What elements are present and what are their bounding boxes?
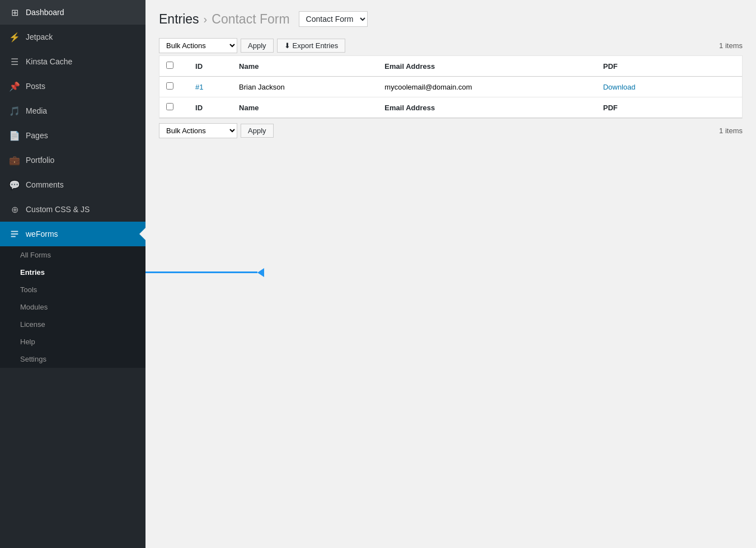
comments-icon: 💬 bbox=[9, 179, 20, 190]
table-header-row: ID Name Email Address PDF bbox=[159, 56, 742, 77]
page-header: Entries › Contact Form Contact Form bbox=[159, 11, 743, 27]
sidebar-item-pages[interactable]: 📄 Pages bbox=[0, 123, 145, 148]
row-name-cell: Brian Jackson bbox=[232, 77, 378, 97]
sidebar-item-label: Kinsta Cache bbox=[26, 57, 72, 66]
weforms-submenu: All Forms Entries Tools Modules License … bbox=[0, 246, 145, 368]
entries-table-wrapper: ID Name Email Address PDF #1 Brian Jacks… bbox=[159, 55, 743, 119]
sidebar-item-comments[interactable]: 💬 Comments bbox=[0, 172, 145, 197]
dashboard-icon: ⊞ bbox=[9, 7, 20, 18]
arrow-line bbox=[145, 271, 257, 273]
submenu-item-help[interactable]: Help bbox=[0, 333, 145, 350]
sidebar: ⊞ Dashboard ⚡ Jetpack ☰ Kinsta Cache 📌 P… bbox=[0, 0, 145, 548]
sidebar-item-label: Posts bbox=[26, 82, 45, 91]
table-footer-row: ID Name Email Address PDF bbox=[159, 97, 742, 118]
submenu-item-license[interactable]: License bbox=[0, 316, 145, 333]
submenu-item-entries[interactable]: Entries bbox=[0, 264, 145, 281]
sidebar-item-dashboard[interactable]: ⊞ Dashboard bbox=[0, 0, 145, 25]
custom-css-icon: ⊕ bbox=[9, 204, 20, 215]
th-checkbox bbox=[159, 56, 189, 77]
sidebar-item-kinsta-cache[interactable]: ☰ Kinsta Cache bbox=[0, 49, 145, 74]
entries-table: ID Name Email Address PDF #1 Brian Jacks… bbox=[159, 56, 742, 118]
breadcrumb-separator: › bbox=[204, 13, 208, 26]
export-label: Export Entries bbox=[293, 41, 339, 50]
apply-button-bottom[interactable]: Apply bbox=[241, 124, 274, 138]
kinsta-icon: ☰ bbox=[9, 56, 20, 67]
sidebar-item-label: Jetpack bbox=[26, 32, 53, 41]
sidebar-item-jetpack[interactable]: ⚡ Jetpack bbox=[0, 25, 145, 49]
sidebar-item-label: Custom CSS & JS bbox=[26, 205, 90, 214]
toolbar-top: Bulk Actions Apply ⬇ Export Entries 1 it… bbox=[159, 38, 743, 53]
bulk-actions-select-top[interactable]: Bulk Actions bbox=[159, 38, 237, 53]
select-all-checkbox-bottom[interactable] bbox=[166, 103, 173, 110]
th-pdf: PDF bbox=[597, 56, 742, 77]
portfolio-icon: 💼 bbox=[9, 154, 20, 166]
sidebar-item-weforms[interactable]: weForms bbox=[0, 222, 145, 246]
submenu-entries-label: Entries bbox=[20, 268, 45, 277]
sidebar-item-portfolio[interactable]: 💼 Portfolio bbox=[0, 148, 145, 172]
tfoot-id: ID bbox=[189, 97, 232, 118]
arrow-head bbox=[257, 268, 264, 277]
bulk-actions-select-bottom[interactable]: Bulk Actions bbox=[159, 123, 237, 138]
tfoot-email: Email Address bbox=[378, 97, 596, 118]
table-row: #1 Brian Jackson mycoolemail@domain.com … bbox=[159, 77, 742, 97]
sidebar-item-media[interactable]: 🎵 Media bbox=[0, 99, 145, 123]
submenu-item-tools[interactable]: Tools bbox=[0, 281, 145, 298]
select-all-checkbox[interactable] bbox=[166, 62, 173, 69]
sidebar-item-label: weForms bbox=[26, 229, 58, 238]
toolbar-bottom: Bulk Actions Apply 1 items bbox=[159, 123, 743, 138]
export-entries-button[interactable]: ⬇ Export Entries bbox=[277, 39, 346, 53]
row-checkbox[interactable] bbox=[166, 82, 173, 90]
sidebar-item-label: Portfolio bbox=[26, 156, 54, 165]
items-count-top: 1 items bbox=[719, 41, 743, 50]
row-checkbox-cell bbox=[159, 77, 189, 97]
row-id-cell: #1 bbox=[189, 77, 232, 97]
sidebar-item-label: Dashboard bbox=[26, 8, 64, 17]
table-body: #1 Brian Jackson mycoolemail@domain.com … bbox=[159, 77, 742, 118]
breadcrumb-form: Contact Form bbox=[212, 12, 289, 27]
sidebar-item-posts[interactable]: 📌 Posts bbox=[0, 74, 145, 99]
entries-arrow bbox=[145, 268, 264, 277]
submenu-item-all-forms[interactable]: All Forms bbox=[0, 246, 145, 264]
apply-button-top[interactable]: Apply bbox=[241, 39, 274, 53]
submenu-item-modules[interactable]: Modules bbox=[0, 298, 145, 316]
form-select-dropdown[interactable]: Contact Form bbox=[299, 11, 368, 27]
table-header: ID Name Email Address PDF bbox=[159, 56, 742, 77]
tfoot-name: Name bbox=[232, 97, 378, 118]
row-email-cell: mycoolemail@domain.com bbox=[378, 77, 596, 97]
export-icon: ⬇ bbox=[284, 41, 290, 50]
items-count-bottom: 1 items bbox=[719, 127, 743, 135]
jetpack-icon: ⚡ bbox=[9, 31, 20, 43]
weforms-icon bbox=[9, 228, 20, 240]
pages-icon: 📄 bbox=[9, 130, 20, 141]
row-pdf-cell: Download bbox=[597, 77, 742, 97]
th-name: Name bbox=[232, 56, 378, 77]
th-id: ID bbox=[189, 56, 232, 77]
posts-icon: 📌 bbox=[9, 81, 20, 92]
entry-id-link[interactable]: #1 bbox=[195, 83, 203, 91]
active-arrow-indicator bbox=[139, 227, 146, 241]
sidebar-item-label: Comments bbox=[26, 180, 64, 189]
tfoot-pdf: PDF bbox=[597, 97, 742, 118]
sidebar-item-label: Pages bbox=[26, 131, 48, 140]
sidebar-item-label: Media bbox=[26, 106, 47, 115]
submenu-item-settings[interactable]: Settings bbox=[0, 350, 145, 368]
tfoot-checkbox bbox=[159, 97, 189, 118]
page-title: Entries bbox=[159, 12, 199, 27]
download-link[interactable]: Download bbox=[603, 83, 636, 91]
th-email: Email Address bbox=[378, 56, 596, 77]
media-icon: 🎵 bbox=[9, 105, 20, 116]
sidebar-item-custom-css-js[interactable]: ⊕ Custom CSS & JS bbox=[0, 197, 145, 222]
